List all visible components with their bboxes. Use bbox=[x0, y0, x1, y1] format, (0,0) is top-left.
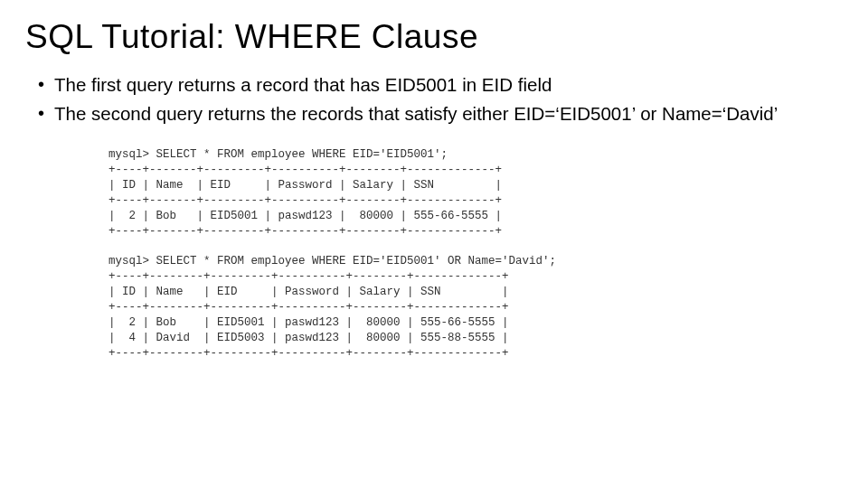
terminal-line: +----+-------+---------+----------+-----… bbox=[108, 225, 502, 238]
terminal-line: | 2 | Bob | EID5001 | paswd123 | 80000 |… bbox=[108, 210, 502, 222]
terminal-line: mysql> SELECT * FROM employee WHERE EID=… bbox=[108, 148, 448, 161]
slide-title: SQL Tutorial: WHERE Clause bbox=[25, 18, 843, 56]
bullet-item: The second query returns the records tha… bbox=[38, 101, 843, 127]
bullet-item: The first query returns a record that ha… bbox=[38, 72, 843, 98]
terminal-line: | ID | Name | EID | Password | Salary | … bbox=[108, 286, 509, 298]
terminal-line: +----+-------+---------+----------+-----… bbox=[108, 194, 502, 207]
bullet-list: The first query returns a record that ha… bbox=[25, 72, 843, 126]
terminal-line: | 2 | Bob | EID5001 | paswd123 | 80000 |… bbox=[108, 316, 509, 329]
terminal-line: +----+--------+---------+----------+----… bbox=[108, 347, 509, 360]
terminal-line: | 4 | David | EID5003 | paswd123 | 80000… bbox=[108, 332, 509, 344]
terminal-line: +----+-------+---------+----------+-----… bbox=[108, 164, 502, 176]
terminal-line: mysql> SELECT * FROM employee WHERE EID=… bbox=[108, 255, 556, 267]
terminal-line: | ID | Name | EID | Password | Salary | … bbox=[108, 179, 502, 192]
terminal-output: mysql> SELECT * FROM employee WHERE EID=… bbox=[108, 147, 760, 361]
slide-container: SQL Tutorial: WHERE Clause The first que… bbox=[0, 0, 868, 380]
terminal-line: +----+--------+---------+----------+----… bbox=[108, 301, 509, 314]
terminal-line: +----+--------+---------+----------+----… bbox=[108, 270, 509, 283]
